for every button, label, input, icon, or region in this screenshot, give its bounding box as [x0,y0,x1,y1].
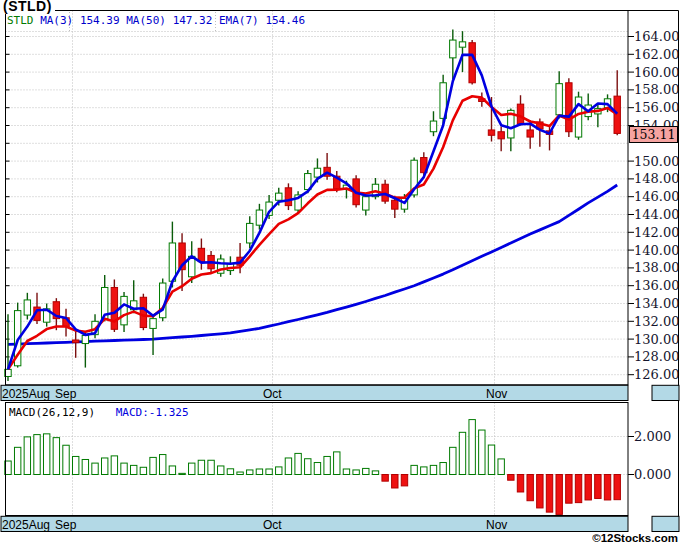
macd-bar-positive [53,438,59,475]
date-axis-upper: 2025AugSepOctNov [0,386,680,402]
macd-bar-positive [102,458,108,475]
legend-ema7-value: 154.46 [265,14,305,27]
macd-bar-negative [508,475,514,481]
legend-ma3-label: MA(3) [40,14,73,27]
macd-bar-positive [179,473,185,474]
macd-bar-positive [14,447,20,474]
price-axis-label: 136.00 [634,278,680,293]
candle-body-up [459,42,465,47]
candle-body-down [72,340,78,343]
candle-body-up [247,223,253,243]
price-axis-label: 162.00 [634,47,680,62]
macd-bar-positive [459,432,465,474]
macd-bar-negative [401,475,407,486]
macd-bar-positive [305,459,311,475]
macd-bar-positive [160,455,166,475]
macd-bar-negative [604,475,610,500]
macd-axis-label: 0.000 [634,467,671,482]
macd-bar-negative [546,475,552,513]
legend-ma50-value: 147.32 [173,14,213,27]
candle-body-up [556,84,562,115]
macd-bar-negative [575,475,581,503]
price-macd-chart-canvas: 164.00162.00160.00158.00156.00154.00150.… [0,0,680,546]
macd-bar-positive [169,466,175,475]
macd-axis-label: 2.000 [634,429,671,444]
month-label: 2025Aug [2,518,50,532]
macd-bar-negative [585,475,591,500]
legend-ema7-label: EMA(7) [219,14,259,27]
macd-bar-positive [208,460,214,474]
macd-bar-negative [517,475,523,492]
price-legend: STLD MA(3) 154.39 MA(50) 147.32 EMA(7) 1… [7,14,305,27]
macd-bar-positive [24,437,30,475]
macd-bar-positive [372,471,378,475]
candle-body-up [363,197,369,210]
macd-bar-negative [566,475,572,504]
macd-bar-positive [131,465,137,474]
month-label: Oct [263,518,282,532]
macd-bar-negative [614,475,620,500]
macd-bar-positive [324,456,330,474]
candle-body-down [140,297,146,327]
macd-bar-positive [343,469,349,475]
price-axis-label: 140.00 [634,243,680,258]
stock-chart-page: 164.00162.00160.00158.00156.00154.00150.… [0,0,680,546]
macd-bar-positive [266,469,272,475]
macd-value-label: MACD:-1.325 [116,406,189,419]
macd-bar-negative [392,475,398,488]
candle-body-up [314,168,320,177]
macd-bar-positive [488,445,494,474]
month-label: 2025Aug [2,387,50,401]
macd-bar-positive [150,457,156,474]
candle-body-up [121,296,127,324]
ema7-line [8,96,617,369]
month-label: Nov [486,518,507,532]
macd-bar-positive [82,459,88,474]
page-title: (STLD) [2,0,55,14]
macd-bar-positive [256,469,262,475]
macd-bar-positive [450,447,456,474]
macd-bar-positive [353,470,359,475]
price-axis-label: 142.00 [634,225,680,240]
macd-bar-positive [237,472,243,474]
price-axis-label: 134.00 [634,296,680,311]
price-axis-label: 148.00 [634,171,680,186]
macd-bar-positive [334,452,340,475]
candle-body-up [276,193,282,200]
macd-params-label: MACD(26,12,9) [9,406,95,419]
candle-body-down [498,132,504,139]
candle-body-down [285,188,291,206]
attribution-link[interactable]: ©12Stocks.com [592,532,678,544]
price-axis-label: 144.00 [634,207,680,222]
macd-bar-positive [218,466,224,475]
macd-bar-negative [537,475,543,508]
macd-bar-negative [527,475,533,501]
macd-bar-positive [314,463,320,475]
macd-bar-positive [140,467,146,474]
price-axis-label: 150.00 [634,154,680,169]
price-axis-label: 160.00 [634,65,680,80]
macd-bar-positive [411,465,417,474]
legend-ma3-value: 154.39 [80,14,120,27]
candle-body-up [150,319,156,329]
macd-bar-negative [382,475,388,482]
candle-body-down [566,83,572,132]
macd-bar-positive [189,463,195,474]
price-axis-label: 146.00 [634,189,680,204]
candle-body-up [450,40,456,58]
macd-bar-positive [43,434,49,475]
candle-body-down [488,130,494,135]
candle-body-up [256,210,262,225]
macd-bar-positive [247,470,253,475]
price-axis-label: 138.00 [634,260,680,275]
last-price-badge: 153.11 [629,126,678,143]
macd-bar-positive [440,463,446,475]
macd-bar-negative [595,475,601,499]
month-label: Sep [55,387,76,401]
macd-pane-border [6,403,629,516]
macd-bar-positive [227,469,233,475]
macd-bar-negative [556,475,562,515]
candle-body-up [430,121,436,132]
macd-bar-positive [285,458,291,475]
ma50-line [8,185,617,344]
